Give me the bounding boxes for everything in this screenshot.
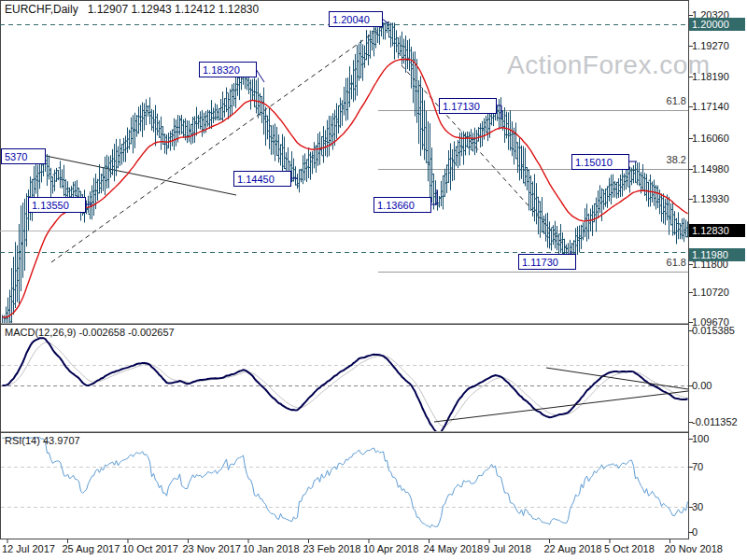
rsi-panel-border <box>1 433 689 539</box>
price-flag-label: 1.11730 <box>522 257 558 268</box>
date-label: 24 May 2018 <box>424 543 484 554</box>
macd-axis-label: 0.015385 <box>692 325 735 336</box>
price-axis-label: 1.12830 <box>692 225 729 236</box>
price-flag-label: 1.14450 <box>237 174 275 185</box>
trendline <box>46 156 236 195</box>
rsi-panel-title: RSI(14) 43.9707 <box>5 435 80 446</box>
date-label: 22 Aug 2018 <box>544 543 602 554</box>
ohlc-values: 1.12907 1.12943 1.12412 1.12830 <box>88 3 260 16</box>
date-label: 5 Oct 2018 <box>604 543 655 554</box>
price-chart-canvas: 1.203201.192701.181901.171401.160601.149… <box>0 0 747 560</box>
date-label: 20 Nov 2018 <box>665 543 723 554</box>
price-flag-label: 1.18320 <box>203 64 240 76</box>
date-label: 10 Oct 2017 <box>122 543 178 554</box>
price-axis-label: 1.17140 <box>692 101 729 112</box>
chart-header: EURCHF,Daily1.12907 1.12943 1.12412 1.12… <box>5 3 259 16</box>
price-axis-label: 1.10720 <box>692 287 729 298</box>
rsi-layer <box>1 438 688 528</box>
rsi-axis-label: 70 <box>692 461 703 472</box>
price-flag-label: 1.13660 <box>377 200 415 211</box>
price-axis-label: 1.14980 <box>692 163 729 175</box>
rsi-axis-label: 30 <box>692 501 703 512</box>
price-flag-label: 1.15010 <box>575 157 613 168</box>
price-axis-label: 1.20000 <box>692 19 729 30</box>
macd-panel-title: MACD(12,26,9) -0.002658 -0.002657 <box>5 327 175 338</box>
watermark: ActionForex.com <box>507 50 711 80</box>
rsi-line <box>3 438 688 528</box>
fib-ratio-label: 38.2 <box>667 154 686 165</box>
macd-wedge-line <box>434 391 688 422</box>
rsi-axis-label: 0 <box>692 526 698 538</box>
date-label: 25 Aug 2017 <box>63 543 120 554</box>
date-label: 10 Jan 2018 <box>243 543 300 554</box>
price-flag-label: 1.20040 <box>332 14 370 25</box>
date-label: 12 Jul 2017 <box>2 543 55 554</box>
macd-layer <box>1 338 688 433</box>
macd-axis-label: -0.011352 <box>692 416 738 427</box>
flag-connector <box>382 19 388 23</box>
price-flag-label: 1.13550 <box>32 200 69 211</box>
symbol-title: EURCHF,Daily <box>5 3 78 16</box>
trendline <box>51 21 389 262</box>
date-label: 23 Nov 2017 <box>183 543 241 554</box>
price-axis-label: 1.16060 <box>692 133 729 144</box>
date-label: 10 Apr 2018 <box>363 543 418 554</box>
flag-connector <box>256 69 264 82</box>
macd-axis-label: 0.00 <box>692 380 712 391</box>
rsi-axis-label: 100 <box>692 433 709 444</box>
date-label: 9 Jul 2018 <box>484 543 531 554</box>
date-label: 23 Feb 2018 <box>303 543 361 554</box>
price-axis-label: 1.13930 <box>692 193 729 204</box>
fib-ratio-label: 61.8 <box>667 257 686 268</box>
price-axis-label: 1.11980 <box>692 249 728 260</box>
price-flag-label: 5370 <box>5 151 27 162</box>
macd-signal-line <box>3 343 688 427</box>
chart-window: 1.203201.192701.181901.171401.160601.149… <box>0 0 747 560</box>
fib-ratio-label: 61.8 <box>667 95 686 106</box>
price-flag-label: 1.17130 <box>443 101 480 112</box>
